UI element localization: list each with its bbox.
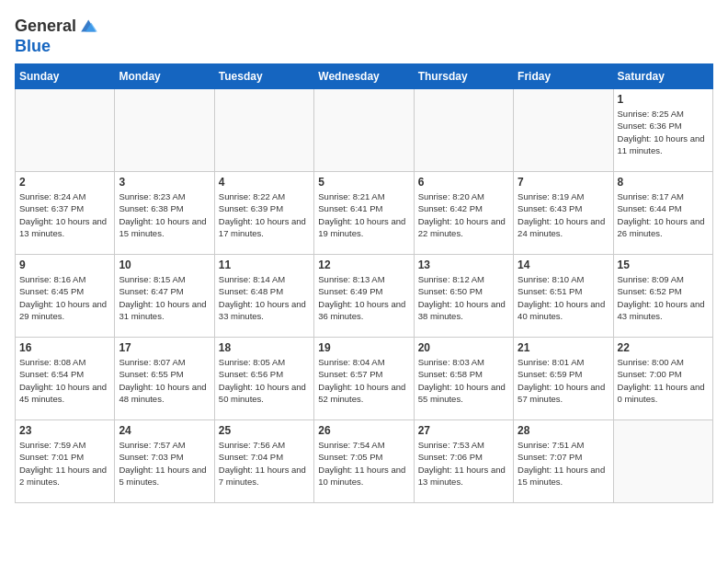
calendar-cell: 25Sunrise: 7:56 AM Sunset: 7:04 PM Dayli… xyxy=(214,420,313,503)
logo-general-text: General xyxy=(15,17,76,36)
day-info: Sunrise: 8:19 AM Sunset: 6:43 PM Dayligh… xyxy=(518,190,609,239)
day-info: Sunrise: 8:09 AM Sunset: 6:52 PM Dayligh… xyxy=(618,273,709,322)
weekday-header-friday: Friday xyxy=(514,64,613,89)
day-info: Sunrise: 8:23 AM Sunset: 6:38 PM Dayligh… xyxy=(119,190,210,239)
day-info: Sunrise: 7:57 AM Sunset: 7:03 PM Dayligh… xyxy=(119,439,210,488)
calendar-cell: 1Sunrise: 8:25 AM Sunset: 6:36 PM Daylig… xyxy=(613,89,712,172)
day-number: 26 xyxy=(318,424,409,437)
day-info: Sunrise: 8:14 AM Sunset: 6:48 PM Dayligh… xyxy=(219,273,310,322)
calendar-cell: 8Sunrise: 8:17 AM Sunset: 6:44 PM Daylig… xyxy=(613,172,712,255)
day-number: 16 xyxy=(19,341,110,354)
day-info: Sunrise: 8:10 AM Sunset: 6:51 PM Dayligh… xyxy=(518,273,609,322)
day-info: Sunrise: 8:15 AM Sunset: 6:47 PM Dayligh… xyxy=(119,273,210,322)
day-number: 25 xyxy=(219,424,310,437)
calendar-cell xyxy=(414,89,513,172)
logo-icon xyxy=(78,15,100,37)
page: General Blue SundayMondayTuesdayWednesda… xyxy=(0,0,728,518)
calendar-cell: 10Sunrise: 8:15 AM Sunset: 6:47 PM Dayli… xyxy=(115,255,214,338)
day-number: 12 xyxy=(318,259,409,271)
calendar-cell: 17Sunrise: 8:07 AM Sunset: 6:55 PM Dayli… xyxy=(115,338,214,420)
calendar-cell: 11Sunrise: 8:14 AM Sunset: 6:48 PM Dayli… xyxy=(214,255,313,338)
header: General Blue xyxy=(15,15,713,56)
calendar-cell: 9Sunrise: 8:16 AM Sunset: 6:45 PM Daylig… xyxy=(16,255,115,338)
day-number: 6 xyxy=(418,176,509,189)
day-info: Sunrise: 8:22 AM Sunset: 6:39 PM Dayligh… xyxy=(219,190,310,239)
calendar-cell: 6Sunrise: 8:20 AM Sunset: 6:42 PM Daylig… xyxy=(414,172,513,255)
day-number: 18 xyxy=(219,341,310,354)
day-info: Sunrise: 7:53 AM Sunset: 7:06 PM Dayligh… xyxy=(418,439,509,488)
calendar-cell: 23Sunrise: 7:59 AM Sunset: 7:01 PM Dayli… xyxy=(16,420,115,503)
day-info: Sunrise: 8:24 AM Sunset: 6:37 PM Dayligh… xyxy=(19,190,110,239)
calendar-cell xyxy=(16,89,115,172)
day-number: 11 xyxy=(219,259,310,271)
calendar-cell: 15Sunrise: 8:09 AM Sunset: 6:52 PM Dayli… xyxy=(613,255,712,338)
day-number: 7 xyxy=(518,176,609,189)
logo: General Blue xyxy=(15,15,100,56)
calendar-cell: 13Sunrise: 8:12 AM Sunset: 6:50 PM Dayli… xyxy=(414,255,513,338)
weekday-header-tuesday: Tuesday xyxy=(214,64,313,89)
day-number: 15 xyxy=(618,259,709,271)
day-number: 19 xyxy=(318,341,409,354)
calendar-cell: 24Sunrise: 7:57 AM Sunset: 7:03 PM Dayli… xyxy=(115,420,214,503)
day-number: 17 xyxy=(119,341,210,354)
day-number: 22 xyxy=(618,341,709,354)
calendar-cell xyxy=(613,420,712,503)
day-number: 1 xyxy=(618,93,709,106)
day-info: Sunrise: 7:59 AM Sunset: 7:01 PM Dayligh… xyxy=(19,439,110,488)
calendar-week-3: 16Sunrise: 8:08 AM Sunset: 6:54 PM Dayli… xyxy=(16,338,713,420)
calendar-cell: 21Sunrise: 8:01 AM Sunset: 6:59 PM Dayli… xyxy=(514,338,613,420)
calendar-cell: 18Sunrise: 8:05 AM Sunset: 6:56 PM Dayli… xyxy=(214,338,313,420)
calendar-week-4: 23Sunrise: 7:59 AM Sunset: 7:01 PM Dayli… xyxy=(16,420,713,503)
day-info: Sunrise: 8:01 AM Sunset: 6:59 PM Dayligh… xyxy=(518,356,609,405)
day-number: 8 xyxy=(618,176,709,189)
day-number: 14 xyxy=(518,259,609,271)
weekday-header-monday: Monday xyxy=(115,64,214,89)
calendar-cell: 3Sunrise: 8:23 AM Sunset: 6:38 PM Daylig… xyxy=(115,172,214,255)
day-info: Sunrise: 8:03 AM Sunset: 6:58 PM Dayligh… xyxy=(418,356,509,405)
day-number: 20 xyxy=(418,341,509,354)
day-number: 28 xyxy=(518,424,609,437)
calendar-cell: 14Sunrise: 8:10 AM Sunset: 6:51 PM Dayli… xyxy=(514,255,613,338)
calendar-cell: 28Sunrise: 7:51 AM Sunset: 7:07 PM Dayli… xyxy=(514,420,613,503)
day-info: Sunrise: 8:00 AM Sunset: 7:00 PM Dayligh… xyxy=(618,356,709,405)
calendar-cell: 19Sunrise: 8:04 AM Sunset: 6:57 PM Dayli… xyxy=(314,338,414,420)
day-number: 3 xyxy=(119,176,210,189)
calendar-cell: 5Sunrise: 8:21 AM Sunset: 6:41 PM Daylig… xyxy=(314,172,414,255)
calendar-cell: 4Sunrise: 8:22 AM Sunset: 6:39 PM Daylig… xyxy=(214,172,313,255)
day-info: Sunrise: 8:08 AM Sunset: 6:54 PM Dayligh… xyxy=(19,356,110,405)
day-number: 24 xyxy=(119,424,210,437)
day-info: Sunrise: 8:07 AM Sunset: 6:55 PM Dayligh… xyxy=(119,356,210,405)
day-info: Sunrise: 8:25 AM Sunset: 6:36 PM Dayligh… xyxy=(618,108,709,156)
day-info: Sunrise: 8:20 AM Sunset: 6:42 PM Dayligh… xyxy=(418,190,509,239)
calendar-week-1: 2Sunrise: 8:24 AM Sunset: 6:37 PM Daylig… xyxy=(16,172,713,255)
calendar-week-0: 1Sunrise: 8:25 AM Sunset: 6:36 PM Daylig… xyxy=(16,89,713,172)
day-info: Sunrise: 8:05 AM Sunset: 6:56 PM Dayligh… xyxy=(219,356,310,405)
weekday-header-wednesday: Wednesday xyxy=(314,64,414,89)
logo-blue-text: Blue xyxy=(15,37,51,56)
day-info: Sunrise: 8:12 AM Sunset: 6:50 PM Dayligh… xyxy=(418,273,509,322)
calendar-cell: 20Sunrise: 8:03 AM Sunset: 6:58 PM Dayli… xyxy=(414,338,513,420)
calendar-cell: 27Sunrise: 7:53 AM Sunset: 7:06 PM Dayli… xyxy=(414,420,513,503)
weekday-header-row: SundayMondayTuesdayWednesdayThursdayFrid… xyxy=(16,64,713,89)
day-info: Sunrise: 7:54 AM Sunset: 7:05 PM Dayligh… xyxy=(318,439,409,488)
day-number: 5 xyxy=(318,176,409,189)
day-info: Sunrise: 8:16 AM Sunset: 6:45 PM Dayligh… xyxy=(19,273,110,322)
day-info: Sunrise: 7:51 AM Sunset: 7:07 PM Dayligh… xyxy=(518,439,609,488)
calendar-cell: 7Sunrise: 8:19 AM Sunset: 6:43 PM Daylig… xyxy=(514,172,613,255)
day-number: 23 xyxy=(19,424,110,437)
weekday-header-thursday: Thursday xyxy=(414,64,513,89)
day-number: 4 xyxy=(219,176,310,189)
calendar-cell: 12Sunrise: 8:13 AM Sunset: 6:49 PM Dayli… xyxy=(314,255,414,338)
day-number: 13 xyxy=(418,259,509,271)
weekday-header-sunday: Sunday xyxy=(16,64,115,89)
calendar-cell: 26Sunrise: 7:54 AM Sunset: 7:05 PM Dayli… xyxy=(314,420,414,503)
calendar-table: SundayMondayTuesdayWednesdayThursdayFrid… xyxy=(15,63,713,503)
day-info: Sunrise: 8:21 AM Sunset: 6:41 PM Dayligh… xyxy=(318,190,409,239)
day-number: 21 xyxy=(518,341,609,354)
calendar-cell: 22Sunrise: 8:00 AM Sunset: 7:00 PM Dayli… xyxy=(613,338,712,420)
day-number: 10 xyxy=(119,259,210,271)
day-number: 2 xyxy=(19,176,110,189)
weekday-header-saturday: Saturday xyxy=(613,64,712,89)
calendar-cell xyxy=(314,89,414,172)
day-info: Sunrise: 7:56 AM Sunset: 7:04 PM Dayligh… xyxy=(219,439,310,488)
